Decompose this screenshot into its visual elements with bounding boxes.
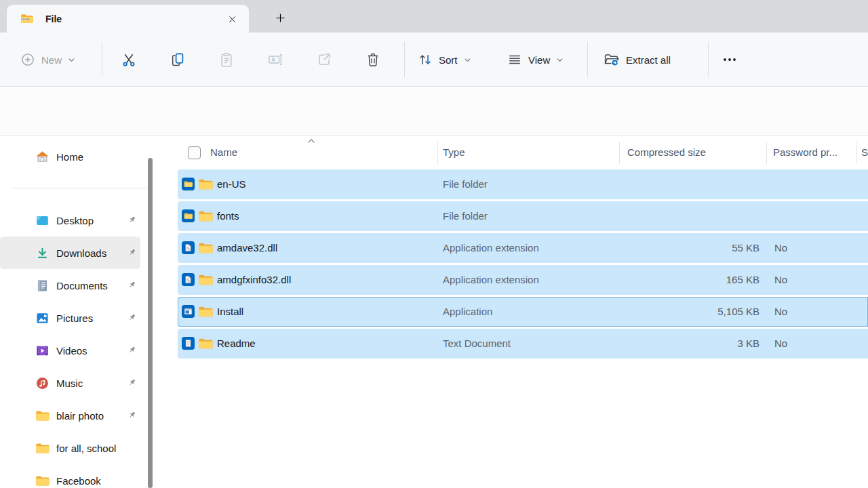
sidebar: Home Desktop Downloads Documents Picture… bbox=[0, 136, 155, 488]
sidebar-item-label: Downloads bbox=[56, 247, 106, 259]
close-icon bbox=[227, 14, 237, 24]
sidebar-item-label: blair photo bbox=[56, 410, 104, 422]
sidebar-item-documents[interactable]: Documents bbox=[0, 269, 140, 302]
explorer-tab-file[interactable]: File bbox=[7, 5, 249, 33]
select-all-checkbox[interactable] bbox=[188, 146, 201, 159]
checkmark-icon bbox=[184, 275, 193, 284]
view-button[interactable]: View bbox=[502, 45, 569, 75]
row-checkbox[interactable] bbox=[182, 337, 195, 350]
folder-file-icon bbox=[198, 177, 213, 192]
delete-button[interactable] bbox=[359, 45, 387, 75]
column-divider[interactable] bbox=[619, 142, 620, 164]
paste-button[interactable] bbox=[213, 45, 240, 75]
row-checkbox[interactable] bbox=[182, 241, 195, 254]
dll-file-icon bbox=[198, 241, 213, 256]
file-name: Install bbox=[217, 297, 243, 327]
downloads-icon bbox=[35, 246, 50, 260]
chevron-down-icon bbox=[68, 56, 75, 64]
file-explorer-window: File New bbox=[0, 0, 868, 488]
file-row-amdgfxinfo32-dll[interactable]: amdgfxinfo32.dll Application extension 1… bbox=[178, 265, 868, 295]
chevron-down-icon bbox=[464, 56, 471, 64]
sidebar-items: Home Desktop Downloads Documents Picture… bbox=[0, 136, 155, 488]
pin-icon bbox=[127, 378, 137, 388]
folder-icon bbox=[35, 474, 50, 488]
file-type: Text Document bbox=[443, 329, 511, 359]
row-checkbox[interactable] bbox=[182, 305, 195, 318]
cut-button[interactable] bbox=[115, 45, 142, 75]
file-row-amdave32-dll[interactable]: amdave32.dll Application extension 55 KB… bbox=[178, 233, 868, 263]
column-header-size[interactable]: S bbox=[861, 146, 868, 158]
sidebar-item-label: Pictures bbox=[56, 312, 93, 324]
share-button[interactable] bbox=[311, 45, 338, 75]
pin-icon bbox=[127, 215, 137, 225]
sidebar-item-music[interactable]: Music bbox=[0, 367, 140, 399]
zip-folder-icon bbox=[20, 12, 33, 25]
folder-file-icon bbox=[198, 209, 213, 224]
extract-all-label: Extract all bbox=[626, 54, 671, 66]
documents-icon bbox=[35, 279, 50, 293]
copy-icon bbox=[170, 52, 186, 68]
sort-button[interactable]: Sort bbox=[412, 45, 477, 75]
file-compressed-size: 3 KB bbox=[652, 329, 760, 359]
row-checkbox[interactable] bbox=[182, 209, 195, 222]
folder-icon bbox=[35, 441, 50, 455]
file-rows: en-US File folder fonts File folder amda… bbox=[155, 169, 868, 359]
more-options-button[interactable] bbox=[715, 45, 745, 75]
column-header-type[interactable]: Type bbox=[443, 146, 465, 158]
sidebar-item-for-all-school[interactable]: for all, school bbox=[0, 432, 140, 464]
file-password-protected: No bbox=[774, 233, 787, 263]
close-tab-button[interactable] bbox=[224, 11, 240, 27]
row-checkbox[interactable] bbox=[182, 273, 195, 286]
app-file-icon bbox=[198, 304, 213, 319]
row-checkbox[interactable] bbox=[182, 178, 195, 190]
column-divider[interactable] bbox=[766, 142, 767, 164]
sort-arrows-icon bbox=[418, 52, 433, 67]
file-row-fonts[interactable]: fonts File folder bbox=[178, 201, 868, 231]
column-header-password-protected[interactable]: Password pr... bbox=[773, 146, 837, 158]
sidebar-scrollbar-thumb[interactable] bbox=[148, 158, 153, 488]
videos-icon bbox=[35, 344, 50, 358]
sidebar-item-desktop[interactable]: Desktop bbox=[0, 204, 140, 237]
share-icon bbox=[316, 52, 332, 68]
txt-file-icon bbox=[198, 336, 213, 351]
file-row-en-us[interactable]: en-US File folder bbox=[178, 169, 868, 199]
new-tab-button[interactable] bbox=[271, 8, 290, 27]
music-icon bbox=[35, 376, 50, 390]
rename-button[interactable] bbox=[262, 45, 289, 75]
pin-icon bbox=[127, 345, 137, 355]
sidebar-item-downloads[interactable]: Downloads bbox=[0, 237, 140, 269]
sidebar-item-blair-photo[interactable]: blair photo bbox=[0, 399, 140, 432]
copy-button[interactable] bbox=[164, 45, 191, 75]
file-compressed-size: 55 KB bbox=[652, 233, 760, 263]
column-header-name[interactable]: Name bbox=[210, 146, 237, 158]
sidebar-item-label: Documents bbox=[56, 280, 108, 291]
trash-icon bbox=[365, 52, 381, 68]
extract-all-button[interactable]: Extract all bbox=[598, 45, 676, 75]
sidebar-divider bbox=[12, 188, 146, 188]
new-plus-circle-icon bbox=[20, 52, 35, 67]
sidebar-item-facebook[interactable]: Facebook bbox=[0, 464, 140, 488]
file-row-install[interactable]: Install Application 5,105 KB No bbox=[178, 297, 868, 327]
dll-file-icon bbox=[198, 272, 213, 287]
sidebar-item-label: Facebook bbox=[56, 475, 101, 487]
sidebar-item-pictures[interactable]: Pictures bbox=[0, 302, 140, 334]
file-type: File folder bbox=[443, 169, 488, 199]
file-password-protected: No bbox=[774, 329, 787, 359]
folder-icon bbox=[35, 409, 50, 423]
new-button[interactable]: New bbox=[15, 45, 81, 75]
sidebar-item-label: Home bbox=[56, 151, 83, 163]
column-divider[interactable] bbox=[856, 142, 857, 164]
toolbar-separator bbox=[404, 42, 405, 77]
pin-icon bbox=[127, 280, 137, 290]
pictures-icon bbox=[35, 311, 50, 325]
sidebar-item-videos[interactable]: Videos bbox=[0, 334, 140, 367]
sidebar-item-home[interactable]: Home bbox=[0, 140, 140, 173]
file-row-readme[interactable]: Readme Text Document 3 KB No bbox=[178, 329, 868, 359]
main-area: Home Desktop Downloads Documents Picture… bbox=[0, 136, 868, 488]
column-header-compressed-size[interactable]: Compressed size bbox=[627, 146, 706, 158]
paste-icon bbox=[218, 52, 235, 68]
sort-ascending-chevron-icon bbox=[307, 136, 316, 146]
column-divider[interactable] bbox=[437, 142, 438, 164]
file-password-protected: No bbox=[774, 297, 787, 327]
checkmark-icon bbox=[184, 243, 193, 252]
